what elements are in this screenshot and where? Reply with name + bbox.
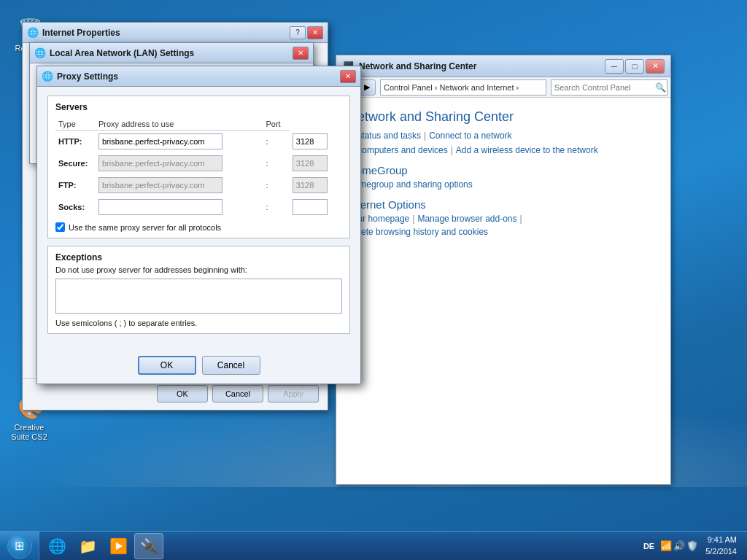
cp-network-sublinks-row: rk computers and devices | Add a wireles… — [348, 145, 659, 155]
taskbar-network-button[interactable]: 🔌 — [134, 533, 163, 559]
cp-delete-history-link[interactable]: Delete browsing history and cookies — [348, 227, 488, 237]
proxy-same-checkbox[interactable] — [55, 222, 65, 232]
cp-sep3: | — [412, 214, 414, 224]
proxy-port-socks-cell — [290, 196, 342, 218]
col-proxy-address: Proxy address to use — [96, 118, 263, 131]
internet-properties-cancel-button[interactable]: Cancel — [212, 385, 263, 402]
proxy-ok-button[interactable]: OK — [138, 356, 196, 375]
internet-properties-title: Internet Properties — [42, 28, 290, 38]
creative-suite-label: Creative Suite CS2 — [10, 423, 48, 442]
proxy-address-secure-cell — [96, 152, 263, 174]
proxy-type-ftp: FTP: — [55, 174, 96, 196]
taskbar-time: 9:41 AM — [705, 534, 737, 545]
internet-properties-help-button[interactable]: ? — [290, 26, 306, 39]
proxy-settings-content: Servers Type Proxy address to use Port H… — [37, 87, 360, 350]
lan-settings-title: Local Area Network (LAN) Settings — [50, 48, 293, 58]
proxy-settings-titlebar[interactable]: 🌐 Proxy Settings ✕ — [37, 66, 360, 87]
proxy-cancel-button[interactable]: Cancel — [202, 356, 260, 375]
proxy-settings-dialog: 🌐 Proxy Settings ✕ Servers Type Proxy ad… — [36, 66, 361, 384]
proxy-settings-title: Proxy Settings — [57, 71, 340, 82]
cp-maximize-button[interactable]: □ — [625, 59, 644, 74]
cp-add-wireless-link[interactable]: Add a wireless device to the network — [456, 145, 598, 155]
taskbar-ie-button[interactable]: 🌐 — [42, 533, 71, 559]
cp-homegroup-link[interactable]: Homegroup and sharing options — [348, 179, 473, 190]
proxy-type-socks: Socks: — [55, 196, 96, 218]
proxy-address-socks-input[interactable] — [98, 199, 222, 215]
proxy-address-http-input[interactable] — [98, 133, 222, 149]
proxy-same-checkbox-row: Use the same proxy server for all protoc… — [55, 222, 342, 232]
search-icon: 🔍 — [655, 82, 666, 93]
col-type: Type — [55, 118, 96, 131]
proxy-settings-close-button[interactable]: ✕ — [340, 70, 356, 83]
cp-titlebar[interactable]: 🖥️ Network and Sharing Center ─ □ ✕ — [336, 55, 670, 77]
proxy-address-ftp-cell — [96, 174, 263, 196]
cp-window-controls: ─ □ ✕ — [605, 59, 665, 74]
taskbar-security-icon: 🛡️ — [686, 540, 698, 551]
proxy-settings-controls: ✕ — [340, 70, 356, 83]
desktop: 🗑️ Recycle Bin 🎨 Creative Suite CS2 🖥️ N… — [0, 0, 747, 560]
proxy-port-ftp-input[interactable] — [293, 177, 328, 193]
start-button[interactable]: ⊞ — [0, 532, 39, 561]
proxy-type-secure: Secure: — [55, 152, 96, 174]
proxy-exceptions-note: Use semicolons ( ; ) to separate entries… — [55, 319, 342, 327]
internet-properties-close-button[interactable]: ✕ — [307, 26, 323, 39]
cp-internet-options-row: Your homepage | Manage browser add-ons |… — [348, 214, 659, 237]
proxy-exceptions-input[interactable] — [55, 279, 342, 314]
taskbar-system-icons: 📶 🔊 🛡️ — [660, 540, 698, 551]
lan-settings-titlebar[interactable]: 🌐 Local Area Network (LAN) Settings ✕ — [30, 43, 313, 63]
cp-toolbar: ◀ ▶ Control Panel › Network and Internet… — [336, 77, 670, 98]
cp-network-title: Network and Sharing Center — [348, 109, 659, 125]
proxy-port-socks-input[interactable] — [293, 199, 328, 215]
cp-connect-network-link[interactable]: Connect to a network — [429, 131, 511, 141]
proxy-port-http-cell — [290, 131, 342, 153]
taskbar-right: DE 📶 🔊 🛡️ 9:41 AM 5/2/2014 — [635, 532, 747, 561]
cp-content: Network and Sharing Center rk status and… — [336, 98, 670, 484]
proxy-address-http-cell — [96, 131, 263, 153]
col-port: Port — [263, 118, 289, 131]
proxy-row-secure: Secure: : — [55, 152, 342, 174]
lan-settings-icon: 🌐 — [34, 47, 46, 58]
proxy-same-label: Use the same proxy server for all protoc… — [69, 223, 221, 232]
taskbar-clock[interactable]: 9:41 AM 5/2/2014 — [701, 533, 741, 559]
cp-close-button[interactable]: ✕ — [646, 59, 665, 74]
cp-homegroup-row: Homegroup and sharing options — [348, 179, 659, 190]
cp-address-bar[interactable]: Control Panel › Network and Internet › — [380, 79, 546, 96]
cp-manage-addons-link[interactable]: Manage browser add-ons — [417, 214, 516, 224]
cp-minimize-button[interactable]: ─ — [605, 59, 624, 74]
internet-properties-icon: 🌐 — [27, 27, 39, 38]
taskbar-apps: 🌐 📁 ▶️ 🔌 — [39, 532, 166, 561]
cp-sep4: | — [520, 214, 522, 224]
proxy-address-ftp-input[interactable] — [98, 177, 222, 193]
proxy-port-ftp-cell — [290, 174, 342, 196]
taskbar-network-icon: 📶 — [660, 540, 672, 551]
cp-view-computers-link[interactable]: rk computers and devices — [348, 145, 448, 155]
proxy-type-http: HTTP: — [55, 131, 96, 153]
cp-homegroup-title: HomeGroup — [348, 164, 659, 176]
taskbar-folder-button[interactable]: 📁 — [73, 533, 102, 559]
proxy-servers-label: Servers — [55, 102, 342, 112]
cp-search-box[interactable]: 🔍 — [551, 79, 667, 96]
cp-sep1: | — [424, 131, 426, 141]
cp-sep2: | — [451, 145, 453, 155]
cp-title: Network and Sharing Center — [359, 61, 605, 71]
taskbar-media-button[interactable]: ▶️ — [104, 533, 133, 559]
internet-properties-titlebar[interactable]: 🌐 Internet Properties ? ✕ — [23, 23, 328, 43]
cp-search-input[interactable] — [554, 83, 655, 92]
proxy-settings-icon: 🌐 — [42, 71, 53, 82]
lan-settings-controls: ✕ — [293, 47, 309, 60]
internet-properties-ok-button[interactable]: OK — [157, 385, 208, 402]
proxy-address-secure-input[interactable] — [98, 155, 222, 171]
taskbar-volume-icon: 🔊 — [673, 540, 685, 551]
cp-address-text: Control Panel › Network and Internet › — [384, 83, 519, 92]
lan-settings-close-button[interactable]: ✕ — [293, 47, 309, 60]
proxy-colon-ftp: : — [263, 174, 289, 196]
proxy-port-http-input[interactable] — [293, 133, 328, 149]
proxy-port-secure-input[interactable] — [293, 155, 328, 171]
internet-properties-apply-button[interactable]: Apply — [268, 385, 319, 402]
proxy-servers-section: Servers Type Proxy address to use Port H… — [47, 96, 350, 238]
proxy-row-socks: Socks: : — [55, 196, 342, 218]
proxy-port-secure-cell — [290, 152, 342, 174]
proxy-dialog-buttons: OK Cancel — [37, 350, 360, 384]
proxy-colon-http: : — [263, 131, 289, 153]
taskbar-date: 5/2/2014 — [705, 546, 737, 557]
